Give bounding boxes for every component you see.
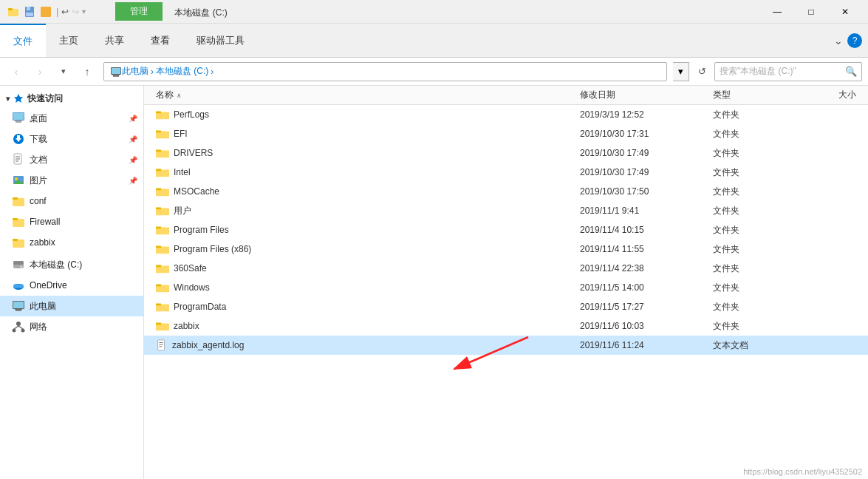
document-icon xyxy=(12,153,25,166)
col-header-name[interactable]: 名称 ∧ xyxy=(150,89,574,101)
title-separator: | xyxy=(56,6,58,17)
path-local-disk[interactable]: 本地磁盘 (C:) xyxy=(156,65,208,78)
maximize-button[interactable]: □ xyxy=(794,0,828,24)
address-path[interactable]: 此电脑 › 本地磁盘 (C:) › xyxy=(103,62,667,81)
back-button[interactable]: ‹ xyxy=(6,61,27,82)
search-box: 搜索"本地磁盘 (C:)" 🔍 xyxy=(714,62,862,81)
quick-access-header[interactable]: ▾ 快速访问 xyxy=(0,89,143,108)
table-row[interactable]: DRIVERS 2019/10/30 17:49文件夹 xyxy=(144,143,868,163)
file-name-label: EFI xyxy=(174,129,188,139)
manage-tab[interactable]: 管理 xyxy=(115,2,163,21)
table-row[interactable]: Windows 2019/11/5 14:00文件夹 xyxy=(144,278,868,297)
sidebar-item-onedrive[interactable]: OneDrive xyxy=(0,275,143,296)
properties-icon[interactable] xyxy=(38,4,53,19)
sidebar-item-this-pc[interactable]: 此电脑 xyxy=(0,296,143,316)
col-header-date[interactable]: 修改日期 xyxy=(574,89,707,101)
svg-line-45 xyxy=(18,326,23,329)
table-row[interactable]: Program Files (x86) 2019/11/4 11:55文件夹 xyxy=(144,239,868,259)
local-disk-label: 本地磁盘 (C:) xyxy=(30,259,82,271)
svg-rect-49 xyxy=(156,131,161,133)
ribbon-tab-share[interactable]: 共享 xyxy=(92,24,137,57)
file-name-cell: Intel xyxy=(150,166,574,178)
file-date-cell: 2019/3/19 12:52 xyxy=(574,109,707,120)
file-name-label: ProgramData xyxy=(174,302,226,312)
up-button[interactable]: ↑ xyxy=(77,61,98,82)
ribbon-collapse-btn[interactable]: ⌄ xyxy=(834,35,843,47)
file-name-label: Program Files (x86) xyxy=(174,244,251,254)
svg-point-41 xyxy=(16,322,21,326)
sidebar-item-zabbix[interactable]: zabbix xyxy=(0,232,143,253)
svg-rect-63 xyxy=(156,265,161,268)
save-icon[interactable] xyxy=(22,4,37,19)
forward-button[interactable]: › xyxy=(30,61,50,82)
help-button[interactable]: ? xyxy=(847,33,862,48)
main-tab[interactable]: 本地磁盘 (C:) xyxy=(163,5,239,21)
refresh-button[interactable]: ↺ xyxy=(692,62,711,81)
ribbon-tab-home[interactable]: 主页 xyxy=(46,24,92,57)
file-name-cell: MSOCache xyxy=(150,186,574,197)
svg-rect-59 xyxy=(156,227,161,229)
text-file-icon xyxy=(156,339,168,351)
table-row[interactable]: MSOCache 2019/10/30 17:50文件夹 xyxy=(144,182,868,201)
svg-rect-38 xyxy=(13,302,24,308)
file-type-cell: 文件夹 xyxy=(707,128,803,140)
table-row[interactable]: EFI 2019/10/30 17:31文件夹 xyxy=(144,124,868,143)
sidebar-item-desktop[interactable]: 桌面 📌 xyxy=(0,108,143,129)
close-button[interactable]: ✕ xyxy=(828,0,862,24)
table-row[interactable]: Intel 2019/10/30 17:49文件夹 xyxy=(144,163,868,182)
title-bar: | ↩ ↪ ▾ 管理 本地磁盘 (C:) — □ ✕ xyxy=(0,0,868,24)
col-header-size[interactable]: 大小 xyxy=(803,89,862,101)
minimize-button[interactable]: — xyxy=(760,0,794,24)
svg-rect-12 xyxy=(13,113,24,120)
sidebar-item-local-disk[interactable]: 本地磁盘 (C:) xyxy=(0,254,143,275)
undo-btn[interactable]: ↩ xyxy=(61,7,69,17)
search-icon[interactable]: 🔍 xyxy=(845,66,857,77)
table-row[interactable]: ProgramData 2019/11/5 17:27文件夹 xyxy=(144,297,868,316)
sidebar-item-document[interactable]: 文档 📌 xyxy=(0,149,143,170)
redo-btn[interactable]: ↪ xyxy=(72,7,79,17)
table-row[interactable]: 用户 2019/11/1 9:41文件夹 xyxy=(144,201,868,220)
table-row[interactable]: zabbix 2019/11/6 10:03文件夹 xyxy=(144,316,868,336)
svg-rect-28 xyxy=(13,218,18,220)
col-header-type[interactable]: 类型 xyxy=(707,89,803,101)
path-computer[interactable]: 此电脑 xyxy=(122,65,148,78)
file-date-cell: 2019/11/5 17:27 xyxy=(574,302,707,312)
ribbon-tab-view[interactable]: 查看 xyxy=(137,24,183,57)
ribbon-tab-file[interactable]: 文件 xyxy=(0,24,46,57)
svg-rect-1 xyxy=(8,8,13,10)
sidebar-item-conf[interactable]: conf xyxy=(0,191,143,211)
file-name-label: MSOCache xyxy=(174,186,219,197)
table-row[interactable]: zabbix_agentd.log 2019/11/6 11:24文本文档 xyxy=(144,336,868,355)
ribbon: 文件 主页 共享 查看 驱动器工具 ⌄ ? xyxy=(0,24,868,58)
sidebar: ▾ 快速访问 桌面 📌 下载 📌 文档 📌 图片 xyxy=(0,86,144,479)
file-date-cell: 2019/11/5 14:00 xyxy=(574,282,707,293)
sidebar-item-pictures[interactable]: 图片 📌 xyxy=(0,170,143,191)
svg-rect-65 xyxy=(156,285,161,287)
svg-rect-55 xyxy=(156,188,161,191)
svg-line-44 xyxy=(14,326,18,329)
file-date-cell: 2019/10/30 17:50 xyxy=(574,186,707,197)
table-row[interactable]: 360Safe 2019/11/4 22:38文件夹 xyxy=(144,259,868,278)
dropdown-button[interactable]: ▾ xyxy=(53,61,74,82)
svg-rect-39 xyxy=(16,310,21,311)
quick-access-label: 快速访问 xyxy=(27,92,63,105)
sidebar-item-network[interactable]: 网络 xyxy=(0,316,143,337)
svg-rect-32 xyxy=(13,261,24,265)
download-pin: 📌 xyxy=(129,135,137,143)
path-separator-1: › xyxy=(151,67,154,77)
folder-icon xyxy=(156,262,169,274)
svg-rect-13 xyxy=(16,121,21,123)
document-label: 文档 xyxy=(30,154,47,166)
path-dropdown-btn[interactable]: ▾ xyxy=(673,62,689,81)
folder-icon xyxy=(156,282,169,293)
file-name-label: zabbix_agentd.log xyxy=(172,340,244,350)
folder-icon xyxy=(156,166,169,178)
ribbon-tab-drive-tools[interactable]: 驱动器工具 xyxy=(183,24,258,57)
svg-rect-17 xyxy=(17,135,20,139)
sidebar-item-download[interactable]: 下载 📌 xyxy=(0,129,143,149)
zabbix-label: zabbix xyxy=(30,237,55,248)
svg-marker-10 xyxy=(14,94,23,103)
table-row[interactable]: Program Files 2019/11/4 10:15文件夹 xyxy=(144,220,868,239)
sidebar-item-firewall[interactable]: Firewall xyxy=(0,211,143,232)
table-row[interactable]: PerfLogs 2019/3/19 12:52文件夹 xyxy=(144,105,868,124)
